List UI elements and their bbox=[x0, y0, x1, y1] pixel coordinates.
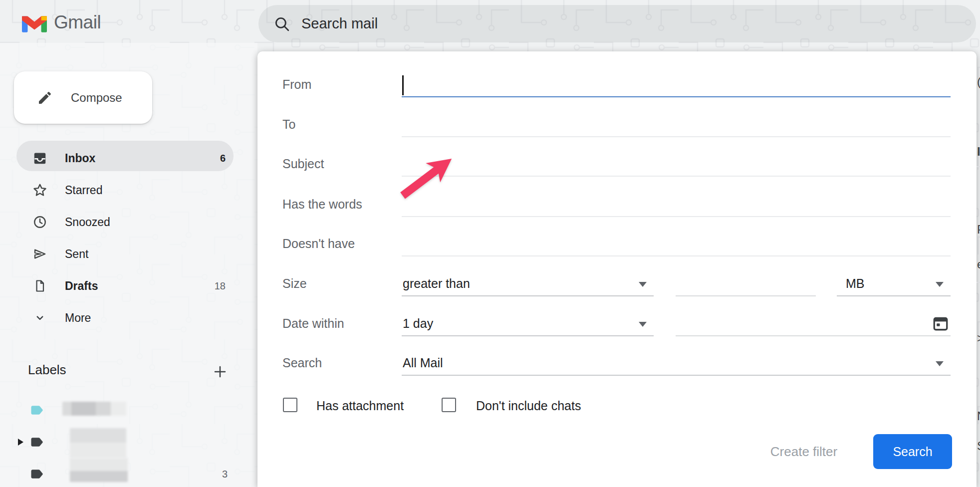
clock-icon bbox=[32, 214, 48, 230]
has-words-label: Has the words bbox=[282, 192, 362, 216]
sidebar-item-label: More bbox=[65, 311, 91, 325]
sidebar-item-more[interactable]: More bbox=[0, 302, 249, 334]
doesnt-have-input[interactable] bbox=[402, 232, 951, 256]
edge-text-fragment: P bbox=[977, 223, 980, 237]
search-input-placeholder: Search mail bbox=[301, 15, 378, 32]
label-tag-icon bbox=[30, 467, 45, 482]
edge-divider bbox=[977, 282, 980, 283]
gmail-logo-text: Gmail bbox=[54, 12, 101, 33]
filter-row-to: To bbox=[257, 112, 977, 136]
dropdown-caret-icon bbox=[936, 282, 944, 287]
to-label: To bbox=[282, 112, 295, 136]
size-label: Size bbox=[282, 271, 307, 295]
redacted-label-text bbox=[70, 428, 126, 458]
sidebar-item-starred[interactable]: Starred bbox=[0, 174, 249, 206]
date-within-value: 1 day bbox=[403, 316, 433, 331]
gmail-app: Gmail Search mail Compose Inbox 6 Starre… bbox=[0, 0, 980, 487]
labels-header: Labels bbox=[28, 362, 66, 378]
drafts-count-badge: 18 bbox=[215, 280, 226, 292]
send-icon bbox=[32, 246, 48, 262]
gmail-logo[interactable]: Gmail bbox=[22, 12, 101, 33]
sidebar-item-snoozed[interactable]: Snoozed bbox=[0, 206, 249, 238]
dropdown-caret-icon bbox=[936, 361, 944, 366]
has-attachment-checkbox[interactable] bbox=[283, 398, 297, 412]
edge-divider bbox=[977, 166, 980, 167]
date-input[interactable] bbox=[676, 311, 951, 336]
plus-icon bbox=[212, 364, 228, 380]
add-label-button[interactable] bbox=[211, 362, 230, 381]
expand-triangle-icon[interactable] bbox=[18, 439, 23, 446]
sidebar-item-drafts[interactable]: Drafts 18 bbox=[0, 270, 249, 302]
draft-icon bbox=[32, 278, 48, 294]
filter-row-checkboxes: Has attachment Don't include chats bbox=[257, 391, 977, 423]
subject-label: Subject bbox=[282, 152, 324, 176]
sidebar-item-label: Inbox bbox=[65, 152, 95, 165]
has-words-input[interactable] bbox=[402, 192, 951, 217]
filter-row-from: From bbox=[257, 72, 977, 96]
redacted-label-text bbox=[70, 458, 128, 482]
search-filter-panel: From To Subject Has the words Doesn't ha… bbox=[257, 51, 977, 487]
create-filter-button[interactable]: Create filter bbox=[746, 434, 861, 469]
size-operator-value: greater than bbox=[403, 276, 470, 291]
search-icon bbox=[273, 15, 290, 32]
to-input[interactable] bbox=[402, 112, 951, 137]
inbox-count-badge: 6 bbox=[220, 153, 226, 164]
from-label: From bbox=[282, 72, 311, 96]
doesnt-have-label: Doesn't have bbox=[282, 232, 355, 255]
search-scope-label: Search bbox=[282, 351, 322, 375]
star-icon bbox=[32, 182, 48, 198]
annotation-arrow bbox=[394, 150, 460, 206]
sidebar-item-label: Starred bbox=[65, 184, 102, 197]
edge-text-fragment: > bbox=[977, 331, 980, 345]
filter-row-search-scope: Search All Mail bbox=[257, 351, 977, 375]
filter-row-size: Size greater than MB bbox=[257, 271, 977, 295]
filter-row-date-within: Date within 1 day bbox=[257, 311, 977, 335]
has-attachment-label[interactable]: Has attachment bbox=[316, 399, 404, 413]
edge-text-fragment: e bbox=[977, 257, 980, 271]
search-bar[interactable]: Search mail bbox=[258, 5, 976, 42]
label-count-badge: 3 bbox=[222, 469, 228, 480]
date-within-select[interactable]: 1 day bbox=[402, 311, 654, 336]
compose-button[interactable]: Compose bbox=[14, 71, 152, 124]
sidebar-item-inbox[interactable]: Inbox 6 bbox=[0, 142, 249, 174]
dropdown-caret-icon bbox=[639, 282, 647, 287]
pencil-icon bbox=[37, 90, 53, 106]
chevron-down-icon bbox=[32, 310, 48, 326]
size-unit-value: MB bbox=[846, 276, 865, 291]
compose-label: Compose bbox=[71, 91, 122, 105]
gmail-m-icon bbox=[22, 12, 47, 32]
size-value-input[interactable] bbox=[676, 271, 816, 296]
label-tag-icon bbox=[30, 403, 45, 418]
sidebar-item-label: Sent bbox=[65, 247, 88, 261]
dont-include-chats-label[interactable]: Don't include chats bbox=[476, 399, 581, 413]
from-input[interactable] bbox=[402, 72, 951, 97]
inbox-icon bbox=[32, 150, 48, 166]
filter-row-has-words: Has the words bbox=[257, 192, 977, 216]
text-cursor bbox=[402, 75, 404, 95]
sidebar-item-label: Snoozed bbox=[65, 216, 110, 229]
sidebar-item-sent[interactable]: Sent bbox=[0, 238, 249, 270]
dont-include-chats-checkbox[interactable] bbox=[442, 398, 456, 412]
dropdown-caret-icon bbox=[639, 322, 647, 327]
filter-row-subject: Subject bbox=[257, 152, 977, 176]
label-tag-icon bbox=[30, 435, 45, 450]
edge-text-fragment: ( bbox=[977, 75, 980, 89]
inbox-selected-pill bbox=[16, 141, 234, 171]
search-scope-select[interactable]: All Mail bbox=[402, 351, 951, 376]
sidebar-item-label: Drafts bbox=[65, 279, 98, 293]
edge-text-fragment: N bbox=[977, 409, 980, 423]
date-within-label: Date within bbox=[282, 311, 344, 335]
redacted-label-text bbox=[62, 402, 126, 416]
edge-text-fragment: I bbox=[977, 145, 980, 159]
subject-input[interactable] bbox=[402, 152, 951, 177]
search-submit-button[interactable]: Search bbox=[873, 434, 952, 469]
calendar-icon[interactable] bbox=[932, 314, 950, 334]
search-scope-value: All Mail bbox=[403, 356, 443, 370]
size-operator-select[interactable]: greater than bbox=[402, 271, 654, 296]
filter-row-doesnt-have: Doesn't have bbox=[257, 232, 977, 255]
edge-text-fragment: S bbox=[977, 439, 980, 453]
size-unit-select[interactable]: MB bbox=[837, 271, 951, 296]
